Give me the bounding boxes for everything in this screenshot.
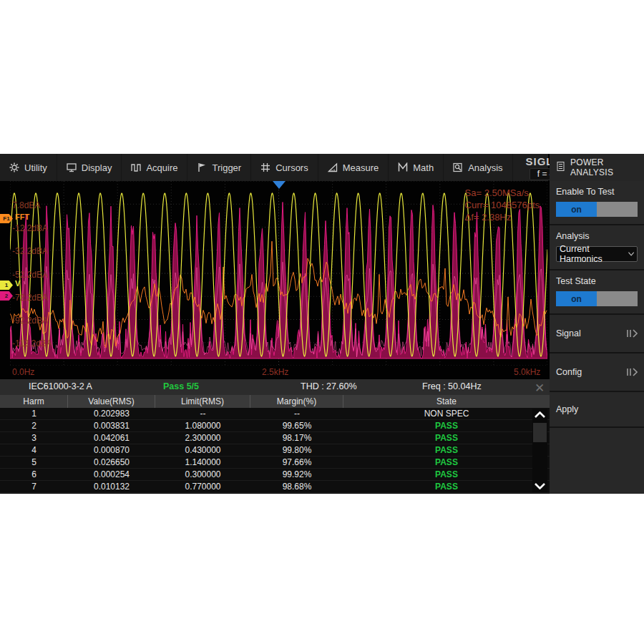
channel1-unit-label: V (15, 279, 20, 288)
menu-item-math[interactable]: Math (389, 154, 444, 181)
menu-item-label: Trigger (212, 162, 241, 173)
fft-db-label: -52.2dBA (12, 270, 48, 280)
value-cell: 5 (0, 457, 68, 468)
value-cell: 6 (0, 469, 68, 480)
state-cell: PASS (343, 444, 550, 456)
harmonics-table: HarmValue(RMS)Limit(RMS)Margin(%)State 1… (0, 395, 550, 494)
test-state-label: Test State (556, 276, 638, 286)
column-header: Harm (0, 395, 68, 408)
value-cell: 7 (0, 481, 68, 492)
fft-db-label: -112.2dBA (12, 338, 52, 348)
waveform-display: Sa= 2.50MSa/s Curr= 1048576pts Δf= 2.38H… (0, 181, 550, 379)
power-analysis-header: POWER ANALYSIS (550, 154, 644, 181)
acquire-icon (131, 162, 141, 172)
analysis-icon (453, 162, 463, 172)
pass-count: Pass 5/5 (163, 381, 199, 391)
freq-readout: Freq : 50.04Hz (422, 381, 482, 391)
value-cell: 0.042061 (68, 432, 155, 444)
fft-db-label: -72.2dBA (12, 293, 48, 303)
menu-item-analysis[interactable]: Analysis (444, 154, 512, 181)
fft-db-label: -92.2dBA (12, 316, 48, 326)
table-row: 30.0420612.30000098.17%PASS (0, 432, 550, 444)
fft-readout-block: Sa= 2.50MSa/s Curr= 1048576pts Δf= 2.38H… (465, 187, 540, 223)
value-cell: 0.300000 (155, 469, 250, 480)
oscilloscope-screen: UtilityDisplayAcquireTriggerCursorsMeasu… (0, 154, 644, 494)
column-header: State (343, 395, 550, 408)
enable-to-test-toggle[interactable]: on (556, 202, 638, 217)
apply-button[interactable]: Apply (550, 392, 644, 428)
close-icon[interactable]: ✕ (532, 381, 547, 396)
value-cell: 0.000254 (68, 469, 155, 480)
math-icon (398, 162, 408, 172)
menu-item-display[interactable]: Display (57, 154, 122, 181)
menu-item-label: Utility (24, 162, 47, 173)
state-cell: PASS (343, 481, 550, 492)
thd-readout: THD : 27.60% (301, 381, 357, 391)
value-cell: 0.430000 (155, 444, 250, 456)
column-header: Margin(%) (250, 395, 343, 408)
value-cell: 0.000870 (68, 444, 155, 456)
toggle-off-segment[interactable] (597, 202, 638, 217)
menu-item-measure[interactable]: Measure (318, 154, 389, 181)
menu-bar: UtilityDisplayAcquireTriggerCursorsMeasu… (0, 154, 550, 181)
harmonics-summary-bar: IEC61000-3-2 A Pass 5/5 THD : 27.60% Fre… (0, 379, 550, 395)
display-icon (67, 162, 77, 172)
power-analysis-panel: Enable To Test on Analysis Current Harmo… (550, 181, 644, 494)
value-cell: -- (250, 408, 343, 419)
measure-icon (328, 162, 338, 172)
analysis-label: Analysis (556, 231, 638, 241)
utility-icon (9, 162, 19, 172)
fft-db-label: 7.8dBA (12, 200, 40, 210)
fft-db-label: -12.2dBA (12, 223, 48, 233)
value-cell: 0.026650 (68, 457, 155, 468)
config-menu-item[interactable]: Config (550, 353, 644, 392)
value-cell: 4 (0, 444, 68, 456)
state-cell: PASS (343, 457, 550, 468)
menu-item-cursors[interactable]: Cursors (251, 154, 318, 181)
menu-item-utility[interactable]: Utility (0, 154, 57, 181)
menu-item-label: Analysis (468, 162, 502, 173)
enable-to-test-label: Enable To Test (556, 187, 638, 197)
test-state-toggle[interactable]: on (556, 291, 638, 306)
table-row: 40.0008700.43000099.80%PASS (0, 444, 550, 457)
toggle-on-segment[interactable]: on (556, 291, 597, 306)
state-cell: PASS (343, 432, 550, 444)
state-cell: NON SPEC (343, 408, 550, 419)
analysis-section: Analysis Current Harmonics (550, 225, 644, 270)
value-cell: 97.66% (250, 457, 343, 468)
scroll-down-button[interactable] (532, 480, 547, 492)
analysis-dropdown[interactable]: Current Harmonics (556, 246, 638, 262)
scrollbar-thumb[interactable] (533, 423, 547, 442)
menu-item-label: Cursors (275, 162, 308, 173)
toggle-off-segment[interactable] (597, 291, 638, 306)
delta-f-readout: Δf= 2.38Hz (465, 211, 540, 223)
value-cell: 1.140000 (155, 457, 250, 468)
scroll-up-button[interactable] (532, 409, 547, 421)
value-cell: 2.300000 (155, 432, 250, 444)
fft-trace-label: FFT (15, 213, 29, 221)
table-scrollbar[interactable] (532, 409, 547, 492)
table-row: 70.0101320.77000098.68%PASS (0, 481, 550, 493)
toggle-on-segment[interactable]: on (556, 202, 597, 217)
panel-title: POWER ANALYSIS (570, 157, 644, 177)
trigger-position-marker[interactable] (273, 181, 286, 189)
top-bar: UtilityDisplayAcquireTriggerCursorsMeasu… (0, 154, 644, 181)
submenu-arrow-icon (626, 329, 638, 338)
freq-axis-left: 0.0Hz (12, 367, 34, 377)
signal-menu-item[interactable]: Signal (550, 315, 644, 353)
value-cell: 1.080000 (155, 420, 250, 431)
menu-item-trigger[interactable]: Trigger (187, 154, 251, 181)
state-cell: PASS (343, 469, 550, 480)
menu-item-label: Measure (343, 162, 379, 173)
chevron-down-icon (628, 252, 634, 256)
analysis-selected-value: Current Harmonics (560, 244, 628, 264)
column-header: Value(RMS) (68, 395, 155, 408)
value-cell: 0.202983 (68, 408, 155, 419)
menu-item-label: Math (413, 162, 434, 173)
value-cell: 99.80% (250, 444, 343, 456)
table-row: 50.0266501.14000097.66%PASS (0, 457, 550, 469)
menu-item-acquire[interactable]: Acquire (122, 154, 187, 181)
table-row: 60.0002540.30000099.92%PASS (0, 469, 550, 481)
points-readout: Curr= 1048576pts (465, 199, 540, 211)
table-row: 10.202983----NON SPEC (0, 408, 550, 420)
